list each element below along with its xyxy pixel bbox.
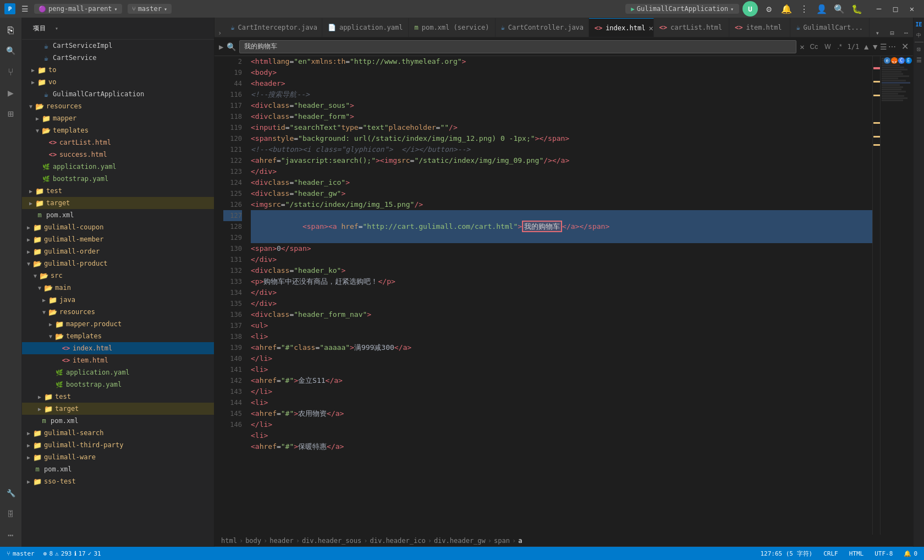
tree-item-resources-product[interactable]: ▼ 📂 resources [22, 306, 214, 318]
accounts-icon[interactable]: 👤 [815, 2, 828, 15]
search-activity-icon[interactable]: 🔍 [1, 41, 21, 61]
tree-item-target-cart[interactable]: ▶ 📁 target [22, 197, 214, 209]
tree-item-test-cart[interactable]: ▶ 📁 test [22, 185, 214, 197]
more-actions-icon[interactable]: ⋮ [798, 2, 811, 15]
tree-item-pom-product[interactable]: m pom.xml [22, 415, 214, 427]
tree-item-bootstrap-yaml-cart[interactable]: 🌿 bootstrap.yaml [22, 173, 214, 185]
right-bar-icon-3[interactable]: ⊡ [914, 44, 924, 54]
right-bar-icon-4[interactable]: ☰ [914, 55, 924, 65]
tree-item-gulimall-coupon[interactable]: ▶ 📁 gulimall-coupon [22, 221, 214, 233]
more-activity-icon[interactable]: ⋯ [1, 525, 21, 545]
maximize-button[interactable]: □ [888, 1, 903, 17]
breadcrumb-span[interactable]: span [494, 537, 510, 545]
tree-item-pom-cart[interactable]: m pom.xml [22, 209, 214, 221]
database-activity-icon[interactable]: 🗄 [1, 504, 21, 524]
tab-dropdown-icon[interactable]: ▾ [870, 29, 885, 37]
tree-item-index-html-product[interactable]: <> index.html [22, 342, 214, 354]
search-regex-button[interactable]: .* [835, 42, 844, 52]
tree-item-success-html[interactable]: <> success.html [22, 149, 214, 161]
status-notifications[interactable]: 🔔 0 [901, 550, 920, 557]
settings-gear-icon[interactable]: ⚙ [762, 2, 776, 15]
breadcrumb-header-gw[interactable]: div.header_gw [434, 537, 486, 545]
breadcrumb-header-sous[interactable]: div.header_sous [302, 537, 361, 545]
search-close-button[interactable]: ✕ [901, 41, 909, 52]
branch-selector[interactable]: ⑂ master ▾ [128, 4, 172, 14]
status-line-col[interactable]: 127:65 (5 字符) [758, 550, 815, 558]
tree-item-resources[interactable]: ▼ 📂 resources [22, 100, 214, 112]
status-errors[interactable]: ⊗ 8 ⚠ 293 ℹ 17 ✓ 31 [43, 550, 101, 557]
extensions-activity-icon[interactable]: ⊞ [1, 103, 21, 123]
tree-item-gulimall-ware[interactable]: ▶ 📁 gulimall-ware [22, 451, 214, 463]
tree-item-gulimall-member[interactable]: ▶ 📁 gulimall-member [22, 233, 214, 245]
tree-item-gulimall-product[interactable]: ▼ 📂 gulimall-product [22, 257, 214, 270]
tree-item-cartservice[interactable]: ☕ CartService [22, 52, 214, 64]
search-clear-icon[interactable]: ✕ [800, 42, 804, 51]
tab-close-icon[interactable]: ✕ [648, 24, 653, 32]
source-control-activity-icon[interactable]: ⑂ [1, 62, 21, 81]
tree-item-gulimall-order[interactable]: ▶ 📁 gulimall-order [22, 245, 214, 257]
code-content[interactable]: <html lang="en" xmlns:th="http://www.thy… [246, 56, 872, 535]
app-run-selector[interactable]: ▶ GulimallCartApplication ▾ [625, 4, 739, 14]
search-input[interactable] [239, 40, 796, 53]
tab-cartcontroller[interactable]: ☕ CartController.java ✕ [496, 18, 589, 37]
tree-item-mapper[interactable]: ▶ 📁 mapper [22, 112, 214, 124]
tab-pom-service[interactable]: m pom.xml (service) ✕ [409, 18, 495, 37]
tab-cartinterceptor[interactable]: ☕ CartInterceptor.java ✕ [225, 18, 322, 37]
close-button[interactable]: ✕ [904, 1, 920, 17]
search-next-button[interactable]: ▼ [871, 42, 879, 51]
tree-item-gulimallcartapp[interactable]: ☕ GulimallCartApplication [22, 88, 214, 100]
tab-item-html[interactable]: <> item.html ✕ [729, 18, 790, 37]
tree-item-pom-root[interactable]: m pom.xml [22, 463, 214, 475]
explorer-activity-icon[interactable]: ⎘ [1, 20, 21, 40]
tree-item-cartlist-html[interactable]: <> cartList.html [22, 136, 214, 149]
search-titlebar-icon[interactable]: 🔍 [833, 2, 846, 15]
user-icon[interactable]: U [743, 1, 758, 17]
run-activity-icon[interactable]: ▶ [1, 83, 21, 102]
tools-activity-icon[interactable]: 🔧 [1, 483, 21, 503]
breadcrumb-header-ico[interactable]: div.header_ico [370, 537, 425, 545]
search-settings-button[interactable]: ⋯ [888, 42, 896, 51]
status-file-type[interactable]: HTML [847, 550, 866, 557]
tree-item-vo[interactable]: ▶ 📁 vo [22, 76, 214, 88]
tab-application-yaml[interactable]: 📄 application.yaml ✕ [322, 18, 409, 37]
tab-cartlist-html[interactable]: <> cartList.html ✕ [654, 18, 729, 37]
search-prev-button[interactable]: ▲ [862, 42, 870, 51]
breadcrumb-html[interactable]: html [221, 537, 237, 545]
debug-icon[interactable]: 🐛 [850, 2, 864, 15]
tree-item-item-html-product[interactable]: <> item.html [22, 354, 214, 366]
tab-gulimallcart[interactable]: ☕ GulimallCart... ✕ [790, 18, 870, 37]
right-bar-icon-2[interactable]: 中 [914, 30, 924, 40]
tree-item-app-yaml-cart[interactable]: 🌿 application.yaml [22, 161, 214, 173]
tree-item-gulimall-search[interactable]: ▶ 📁 gulimall-search [22, 427, 214, 439]
search-case-button[interactable]: Cc [808, 42, 821, 52]
search-word-button[interactable]: W [822, 42, 833, 52]
status-branch[interactable]: ⑂ master [4, 550, 37, 557]
tab-expand-icon[interactable]: › [215, 29, 225, 37]
breadcrumb-header[interactable]: header [270, 537, 293, 545]
tree-item-templates-cart[interactable]: ▼ 📂 templates [22, 124, 214, 136]
tree-item-to[interactable]: ▶ 📁 to [22, 64, 214, 76]
breadcrumb-a[interactable]: a [518, 537, 522, 545]
tab-more-icon[interactable]: ⋯ [899, 29, 913, 37]
tree-item-main-product[interactable]: ▼ 📂 main [22, 282, 214, 294]
tree-item-gulimall-third-party[interactable]: ▶ 📁 gulimall-third-party [22, 439, 214, 451]
search-filter-button[interactable]: ☰ [880, 42, 887, 51]
status-indent[interactable]: UTF-8 [872, 550, 895, 557]
status-encoding[interactable]: CRLF [821, 550, 840, 557]
tree-item-app-yaml-product[interactable]: 🌿 application.yaml [22, 366, 214, 378]
menu-icon[interactable]: ☰ [19, 3, 31, 15]
tree-item-sso-test[interactable]: ▶ 📁 sso-test [22, 475, 214, 487]
right-bar-icon-1[interactable]: IE [914, 19, 924, 29]
notification-icon[interactable]: 🔔 [780, 2, 793, 15]
search-collapse-icon[interactable]: ▶ [219, 42, 223, 51]
tree-item-test-product[interactable]: ▶ 📁 test [22, 391, 214, 403]
tree-item-templates-product[interactable]: ▼ 📂 templates [22, 330, 214, 342]
breadcrumb-body[interactable]: body [245, 537, 261, 545]
tree-item-mapper-product[interactable]: ▶ 📁 mapper.product [22, 318, 214, 330]
tree-item-cartserviceimpl[interactable]: ☕ CartServiceImpl [22, 40, 214, 52]
tree-item-bootstrap-yaml-product[interactable]: 🌿 bootstrap.yaml [22, 378, 214, 391]
tree-item-target-product[interactable]: ▶ 📁 target [22, 403, 214, 415]
tab-split-icon[interactable]: ⊟ [885, 29, 899, 37]
tree-item-src-product[interactable]: ▼ 📂 src [22, 270, 214, 282]
tab-index-html[interactable]: <> index.html ✕ [589, 18, 654, 37]
